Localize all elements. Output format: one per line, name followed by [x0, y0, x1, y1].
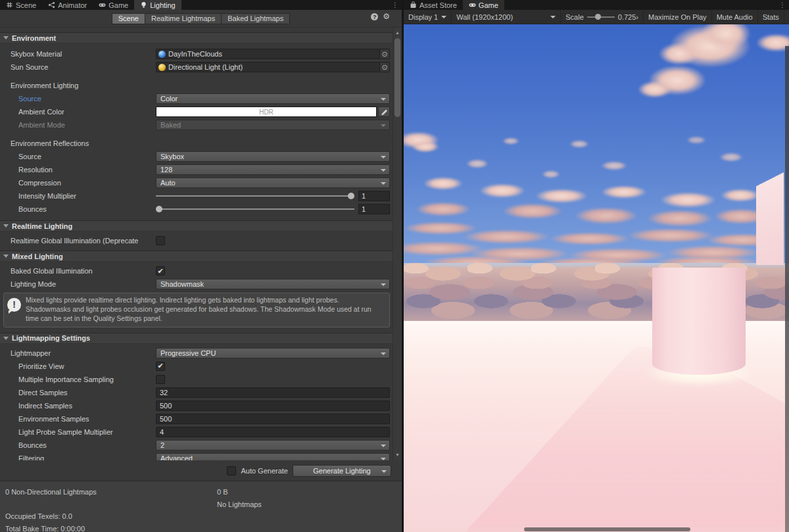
tab-game[interactable]: Game	[93, 0, 134, 10]
lightmapper-dropdown[interactable]: Progressive CPU	[156, 348, 390, 358]
viewtab-scene[interactable]: Scene	[112, 13, 145, 24]
tab-lighting[interactable]: Lighting	[134, 0, 181, 10]
section-header-realtime-lighting[interactable]: Realtime Lighting	[0, 220, 393, 231]
ambient-color-swatch[interactable]: HDR	[156, 107, 377, 117]
viewtab-baked-lightmaps[interactable]: Baked Lightmaps	[222, 13, 290, 24]
realtime-gi-checkbox[interactable]	[156, 236, 165, 245]
object-picker-icon[interactable]: ⊙	[379, 62, 389, 72]
env-lighting-source-dropdown[interactable]: Color	[156, 93, 390, 104]
lightmapping-bounces-dropdown[interactable]: 2	[156, 440, 390, 450]
lighting-mode-dropdown[interactable]: Shadowmask	[156, 279, 390, 289]
compression-dropdown[interactable]: Auto	[156, 178, 390, 188]
reflection-bounces-value[interactable]: 1	[358, 204, 390, 214]
light-probe-sample-multiplier-input[interactable]: 4	[156, 427, 390, 437]
row-compression: Compression Auto	[0, 176, 393, 189]
eyedropper-button[interactable]	[378, 107, 390, 117]
dropdown-value: Color	[160, 95, 178, 103]
section-header-environment[interactable]: Environment	[0, 32, 393, 43]
game-viewport[interactable]	[404, 24, 789, 532]
stats-button[interactable]: Stats	[758, 10, 784, 24]
dropdown-value: 2	[160, 441, 164, 449]
gear-icon[interactable]: ⚙	[383, 13, 390, 20]
panel-menu-icon[interactable]: ⋮	[390, 0, 400, 10]
resolution-dropdown[interactable]: Wall (1920x1200)	[452, 10, 561, 24]
mis-checkbox[interactable]	[156, 375, 165, 384]
panel-menu-icon[interactable]: ⋮	[777, 0, 788, 10]
tab-animator[interactable]: Animator	[42, 0, 93, 10]
viewtab-realtime-lightmaps[interactable]: Realtime Lightmaps	[145, 13, 222, 24]
cloud-puff	[601, 161, 627, 170]
generate-lighting-button[interactable]: Generate Lighting	[293, 465, 391, 477]
foldout-icon	[3, 36, 9, 39]
row-ambient-color: Ambient Color HDR	[0, 105, 393, 118]
tab-label: Lighting	[150, 1, 176, 9]
scale-control: Scale 0.725›	[561, 10, 644, 24]
scrollbar-down-icon[interactable]: ▼	[393, 452, 402, 458]
cloud-puff	[686, 136, 706, 144]
row-skybox-material: Skybox Material DayInTheClouds ⊙	[0, 47, 393, 60]
tab-game-view[interactable]: Game	[463, 0, 504, 10]
no-lightmaps-label: No Lightmaps	[217, 500, 396, 508]
row-direct-samples: Direct Samples 32	[0, 386, 393, 399]
field-label: Multiple Importance Sampling	[11, 375, 156, 383]
section-header-lightmapping-settings[interactable]: Lightmapping Settings	[0, 333, 393, 344]
scale-slider[interactable]	[587, 14, 615, 20]
lighting-scroll-area: Environment Skybox Material DayInTheClou…	[0, 27, 402, 460]
scrollbar-thumb[interactable]	[394, 38, 400, 117]
resolution-dropdown[interactable]: 128	[156, 164, 390, 175]
reflection-bounces-slider[interactable]	[156, 204, 354, 214]
bake-status-panel: 0 Non-Directional Lightmaps 0 B No Light…	[0, 481, 402, 532]
check-icon: ✔	[157, 268, 163, 275]
auto-generate-label: Auto Generate	[241, 467, 288, 475]
reflections-source-dropdown[interactable]: Skybox	[156, 151, 390, 162]
intensity-multiplier-value[interactable]: 1	[358, 191, 390, 201]
direct-samples-input[interactable]: 32	[156, 387, 390, 398]
section-header-mixed-lighting[interactable]: Mixed Lighting	[0, 251, 393, 262]
lightmaps-size: 0 B	[217, 488, 396, 496]
field-label: Light Probe Sample Multiplier	[11, 428, 156, 436]
field-label: Intensity Multiplier	[11, 192, 156, 200]
row-realtime-gi: Realtime Global Illumination (Deprecate	[0, 234, 393, 247]
lighting-view-tabs: Scene Realtime Lightmaps Baked Lightmaps	[112, 13, 290, 24]
row-baked-gi: Baked Global Illumination ✔	[0, 264, 393, 278]
dropdown-value: Shadowmask	[160, 280, 204, 288]
section-title: Mixed Lighting	[12, 253, 63, 260]
cloud-puff	[601, 185, 647, 199]
tab-label: Asset Store	[419, 1, 457, 9]
intensity-multiplier-slider[interactable]	[156, 191, 354, 201]
slider-handle[interactable]	[156, 206, 162, 212]
scrollbar-up-icon[interactable]: ▲	[393, 30, 402, 36]
filtering-dropdown[interactable]: Advanced	[156, 453, 390, 460]
help-icon[interactable]: ?	[371, 13, 378, 20]
slider-handle[interactable]	[348, 193, 354, 199]
cloud-puff	[660, 192, 716, 208]
tab-asset-store[interactable]: Asset Store	[404, 0, 463, 10]
tab-scene[interactable]: Scene	[0, 0, 42, 10]
display-dropdown[interactable]: Display 1	[404, 10, 452, 24]
skybox-material-object-field[interactable]: DayInTheClouds ⊙	[156, 49, 390, 59]
baked-gi-checkbox[interactable]: ✔	[156, 266, 165, 276]
sun-source-object-field[interactable]: Directional Light (Light) ⊙	[156, 62, 390, 72]
field-label: Compression	[11, 179, 156, 187]
stats-label: Stats	[763, 13, 779, 21]
mute-audio-button[interactable]: Mute Audio	[712, 10, 758, 24]
occupied-texels: Occupied Texels: 0.0	[5, 512, 217, 520]
auto-generate-checkbox[interactable]	[227, 466, 236, 475]
indirect-samples-input[interactable]: 500	[156, 400, 390, 411]
maximize-on-play-button[interactable]: Maximize On Play	[644, 10, 712, 24]
lighting-view-toolbar: Scene Realtime Lightmaps Baked Lightmaps…	[0, 10, 402, 27]
row-prioritize-view: Prioritize View ✔	[0, 360, 393, 373]
cloud-streak	[575, 207, 638, 224]
game-horizontal-scrollbar[interactable]	[524, 527, 690, 531]
tab-label: Game	[108, 1, 128, 9]
slider-handle[interactable]	[595, 14, 601, 20]
environment-samples-input[interactable]: 500	[156, 414, 390, 424]
prioritize-view-checkbox[interactable]: ✔	[156, 362, 165, 371]
ambient-mode-dropdown: Baked	[156, 120, 390, 130]
object-picker-icon[interactable]: ⊙	[379, 49, 389, 59]
lighting-vertical-scrollbar[interactable]: ▲ ▼	[393, 28, 402, 460]
field-label: Filtering	[11, 454, 156, 460]
hdr-badge: HDR	[259, 109, 274, 116]
chevron-down-icon	[441, 16, 446, 18]
shopping-bag-icon	[410, 1, 417, 9]
